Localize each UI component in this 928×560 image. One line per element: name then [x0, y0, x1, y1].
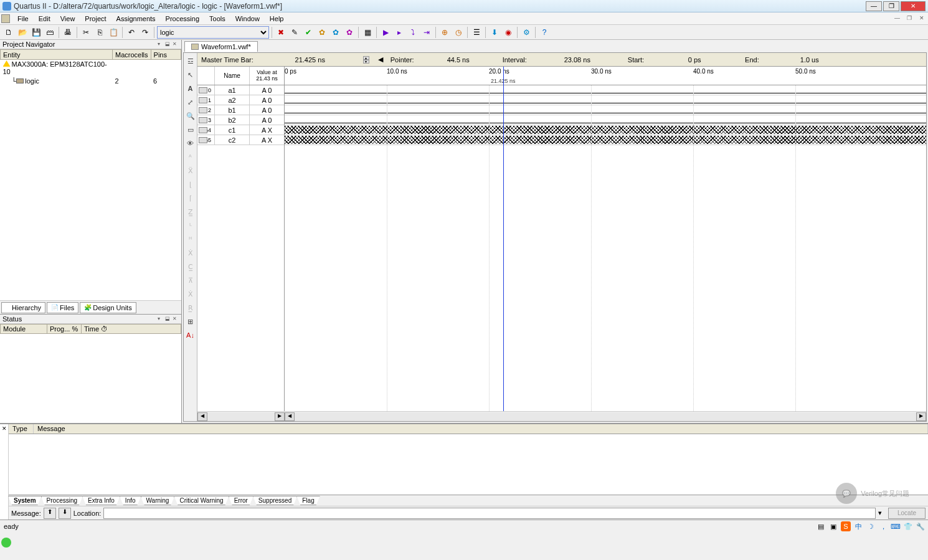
col-entity[interactable]: Entity [1, 50, 113, 60]
panel-pin-icon[interactable]: ⬓ [165, 41, 171, 47]
tab-system[interactable]: System [8, 496, 42, 505]
ime-lang-icon[interactable]: 中 [853, 521, 863, 531]
moon-icon[interactable]: ☽ [866, 521, 876, 531]
menu-tools[interactable]: Tools [204, 14, 230, 24]
tab-design-units[interactable]: 🧩Design Units [80, 302, 136, 313]
tab-hierarchy[interactable]: Hierarchy [1, 302, 45, 313]
text-icon[interactable]: A [185, 83, 196, 94]
col-message[interactable]: Message [34, 424, 928, 434]
entity-row[interactable]: └logic 2 6 [1, 76, 181, 86]
waveform-lane[interactable] [285, 85, 926, 95]
col-module[interactable]: Module [1, 325, 47, 334]
force-unknown-icon[interactable]: Ẍ [185, 165, 196, 176]
chip-icon[interactable]: ▦ [361, 26, 374, 39]
menu-edit[interactable]: Edit [34, 14, 55, 24]
location-input[interactable] [103, 508, 876, 519]
mdi-control-icon[interactable] [1, 14, 10, 23]
menu-help[interactable]: Help [265, 14, 289, 24]
fit-icon[interactable]: ▭ [185, 124, 196, 135]
weak-high-icon[interactable]: ᴴ [185, 234, 196, 245]
mdi-close-button[interactable]: ✕ [919, 15, 927, 22]
waveform-lane[interactable] [285, 115, 926, 125]
col-progress[interactable]: Prog... % [47, 325, 82, 334]
paste-icon[interactable]: 📋 [107, 26, 120, 39]
col-name[interactable]: Name [215, 67, 250, 85]
save-icon[interactable]: 💾 [30, 26, 42, 39]
timing-icon[interactable]: ⊕ [438, 26, 451, 39]
waveform-lane[interactable] [285, 105, 926, 115]
play-icon[interactable]: ▶ [379, 26, 392, 39]
tool-a-icon[interactable]: ᴬ [185, 151, 196, 163]
menu-processing[interactable]: Processing [161, 14, 204, 24]
save-all-icon[interactable]: 🗃 [44, 26, 56, 39]
panel-dropdown-icon[interactable]: ▾ [158, 41, 164, 47]
time-ruler[interactable]: 0 ps10.0 ns20.0 ns30.0 ns40.0 ns50.0 ns2… [285, 67, 926, 85]
help-icon[interactable]: ? [538, 26, 551, 39]
force-high-icon[interactable]: ⌈ [185, 192, 196, 204]
force-low-icon[interactable]: ⌊ [185, 179, 196, 190]
tab-info[interactable]: Info [120, 496, 141, 505]
weak-low-icon[interactable]: ᴸ [185, 220, 196, 231]
hscroll-right-icon[interactable]: ▶ [275, 412, 285, 421]
tray-icon[interactable]: ▣ [828, 521, 838, 531]
random-icon[interactable]: R̲ [185, 302, 196, 313]
tab-files[interactable]: 📄Files [47, 302, 78, 313]
panel-close-icon[interactable]: ✕ [173, 316, 179, 322]
time-cursor[interactable] [503, 67, 504, 411]
locate-button[interactable]: Locate [888, 508, 926, 519]
programmer-icon[interactable]: ⬇ [488, 26, 501, 39]
wrench-icon[interactable]: 🔧 [916, 521, 926, 531]
msg-down-icon[interactable]: ⬇ [59, 508, 71, 519]
copy-icon[interactable]: ⎘ [93, 26, 106, 39]
panel-close-icon[interactable]: ✕ [173, 41, 179, 47]
print-icon[interactable]: 🖶 [62, 26, 74, 39]
messages-list[interactable] [9, 434, 928, 495]
signal-row[interactable]: 2b1A 0 [197, 105, 284, 115]
menu-assignments[interactable]: Assignments [111, 14, 161, 24]
pointer-icon[interactable]: ↖ [185, 69, 196, 80]
tray-icon[interactable]: ▤ [816, 521, 826, 531]
zoom-icon[interactable]: 🔍 [185, 110, 196, 121]
hscroll-left-icon[interactable]: ◀ [197, 412, 207, 421]
hscroll-left-icon[interactable]: ◀ [285, 412, 295, 421]
punct-icon[interactable]: ， [878, 521, 888, 531]
pencil-icon[interactable]: ✎ [288, 26, 301, 39]
invert-icon[interactable]: Ẋ [185, 247, 196, 259]
menu-window[interactable]: Window [230, 14, 265, 24]
cut-icon[interactable]: ✂ [80, 26, 92, 39]
tab-flag[interactable]: Flag [296, 496, 320, 505]
report-icon[interactable]: ☰ [470, 26, 483, 39]
panel-pin-icon[interactable]: ⬓ [165, 316, 171, 322]
undo-icon[interactable]: ↶ [125, 26, 138, 39]
new-icon[interactable]: 🗋 [2, 26, 15, 39]
waveform-lane[interactable] [285, 125, 926, 135]
fullscreen-icon[interactable]: ⤢ [185, 97, 196, 108]
tab-suppressed[interactable]: Suppressed [253, 496, 297, 505]
stop-icon[interactable]: ✖ [275, 26, 287, 39]
clock-icon[interactable]: ◷ [452, 26, 465, 39]
tab-critical-warning[interactable]: Critical Warning [174, 496, 229, 505]
keyboard-icon[interactable]: ⌨ [891, 521, 901, 531]
high-z-icon[interactable]: Z̲ [185, 206, 196, 217]
open-icon[interactable]: 📂 [16, 26, 29, 39]
signal-row[interactable]: 0a1A 0 [197, 85, 284, 95]
msg-up-icon[interactable]: ⬆ [44, 508, 56, 519]
gear3-icon[interactable]: ✿ [343, 26, 356, 39]
arbitrary-icon[interactable]: Ẋ [185, 288, 196, 300]
signal-row[interactable]: 5c2A X [197, 135, 284, 145]
snap-icon[interactable]: ⊞ [185, 316, 196, 327]
waveform-canvas[interactable]: 0 ps10.0 ns20.0 ns30.0 ns40.0 ns50.0 ns2… [285, 67, 926, 411]
tab-processing[interactable]: Processing [41, 496, 83, 505]
redo-icon[interactable]: ↷ [139, 26, 151, 39]
step-icon[interactable]: ⤵ [407, 26, 419, 39]
minimize-button[interactable]: — [866, 1, 882, 11]
signal-row[interactable]: 1a2A 0 [197, 95, 284, 105]
mdi-minimize-button[interactable]: — [894, 15, 902, 22]
col-macrocells[interactable]: Macrocells [113, 50, 151, 60]
web-icon[interactable]: ⚙ [520, 26, 533, 39]
tab-error[interactable]: Error [229, 496, 253, 505]
waveform-lane[interactable] [285, 95, 926, 105]
hscroll-right-icon[interactable]: ▶ [916, 412, 926, 421]
messages-close-icon[interactable]: ✕ [0, 424, 9, 520]
gear2-icon[interactable]: ✿ [329, 26, 342, 39]
